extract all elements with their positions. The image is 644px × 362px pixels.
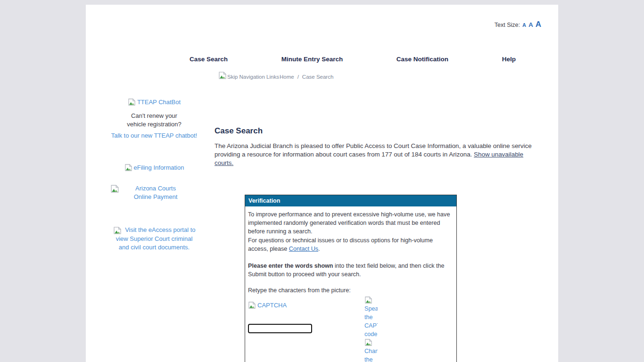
- text-size-medium-button[interactable]: A: [528, 21, 533, 28]
- text-size-small-button[interactable]: A: [522, 22, 526, 28]
- verification-instructions-bold: Please enter the words shown: [248, 263, 333, 269]
- broken-image-icon: [248, 301, 256, 309]
- verification-panel-header: Verification: [245, 195, 456, 206]
- nav-case-notification[interactable]: Case Notification: [396, 56, 448, 63]
- breadcrumb-home-link[interactable]: Home: [280, 74, 294, 80]
- eaccess-link-label: Visit the eAccess portal to view Superio…: [116, 226, 196, 251]
- speak-captcha-alt-text: Speak the CAPTCHA code: [364, 305, 378, 337]
- contact-us-link[interactable]: Contact Us: [289, 246, 318, 252]
- tteap-description: Can't renew your vehicle registration?: [123, 112, 186, 129]
- tteap-chatbot-image-link[interactable]: TTEAP ChatBot: [128, 98, 181, 106]
- tteap-chatbot-link[interactable]: Talk to our new TTEAP chatbot!: [110, 132, 198, 139]
- verification-panel: Verification To improve performance and …: [245, 195, 457, 362]
- broken-image-icon: [113, 226, 122, 235]
- verification-instructions: Please enter the words shown into the te…: [248, 262, 452, 279]
- nav-help[interactable]: Help: [502, 56, 516, 63]
- sidebar: TTEAP ChatBot Can't renew your vehicle r…: [110, 98, 198, 252]
- captcha-controls-column: Speak the CAPTCHA code Change the CAPTCH…: [364, 296, 378, 362]
- efiling-section: eFiling Information: [110, 164, 198, 173]
- text-size-label: Text Size:: [495, 22, 520, 28]
- verification-paragraph-2-suffix: .: [318, 246, 320, 252]
- page-title: Case Search: [215, 126, 535, 136]
- speak-captcha-button[interactable]: Speak the CAPTCHA code: [364, 296, 378, 338]
- captcha-input[interactable]: [248, 324, 312, 333]
- payment-section: Arizona Courts Online Payment: [110, 184, 198, 201]
- skip-navigation-links-alt: Skip Navigation Links: [227, 74, 279, 80]
- main-content: Case Search The Arizona Judicial Branch …: [215, 126, 535, 362]
- breadcrumb-current-link[interactable]: Case Search: [302, 74, 333, 80]
- retype-label: Retype the characters from the picture:: [248, 286, 452, 295]
- broken-image-icon: [110, 184, 119, 193]
- breadcrumb-separator: /: [297, 74, 299, 80]
- captcha-image-block: CAPTCHA: [248, 301, 452, 310]
- top-navigation: Case Search Minute Entry Search Case Not…: [190, 56, 516, 63]
- change-captcha-alt-text: Change the CAPTCHA: [364, 348, 378, 362]
- verification-paragraph-2: For questions or technical issues or to …: [248, 236, 452, 253]
- content-area: Text Size: A A A Case Search Minute Entr…: [86, 5, 558, 362]
- speaker-broken-image-icon: [364, 296, 372, 304]
- az-courts-online-payment-link[interactable]: Arizona Courts Online Payment: [126, 184, 185, 201]
- eaccess-portal-link[interactable]: Visit the eAccess portal to view Superio…: [113, 226, 196, 251]
- change-captcha-button[interactable]: Change the CAPTCHA: [364, 338, 378, 362]
- verification-paragraph-2-text: For questions or technical issues or to …: [248, 237, 433, 252]
- breadcrumb: Skip Navigation Links Home / Case Search: [218, 71, 333, 80]
- verification-panel-body: To improve performance and to prevent ex…: [245, 206, 456, 362]
- captcha-image-alt-text: CAPTCHA: [257, 301, 287, 310]
- nav-minute-entry-search[interactable]: Minute Entry Search: [281, 56, 343, 63]
- broken-image-icon: [218, 71, 227, 80]
- efiling-link-label: eFiling Information: [134, 164, 184, 171]
- intro-paragraph: The Arizona Judicial Branch is pleased t…: [215, 142, 535, 167]
- efiling-information-link[interactable]: eFiling Information: [124, 164, 184, 172]
- nav-case-search[interactable]: Case Search: [190, 56, 228, 63]
- broken-image-icon: [128, 98, 136, 106]
- text-size-widget: Text Size: A A A: [495, 20, 541, 29]
- broken-image-icon: [124, 164, 132, 172]
- verification-paragraph-1: To improve performance and to prevent ex…: [248, 210, 452, 236]
- text-size-large-button[interactable]: A: [536, 20, 541, 29]
- eaccess-section: Visit the eAccess portal to view Superio…: [112, 226, 197, 252]
- refresh-broken-image-icon: [364, 338, 372, 346]
- tteap-chatbot-alt-text: TTEAP ChatBot: [137, 99, 181, 106]
